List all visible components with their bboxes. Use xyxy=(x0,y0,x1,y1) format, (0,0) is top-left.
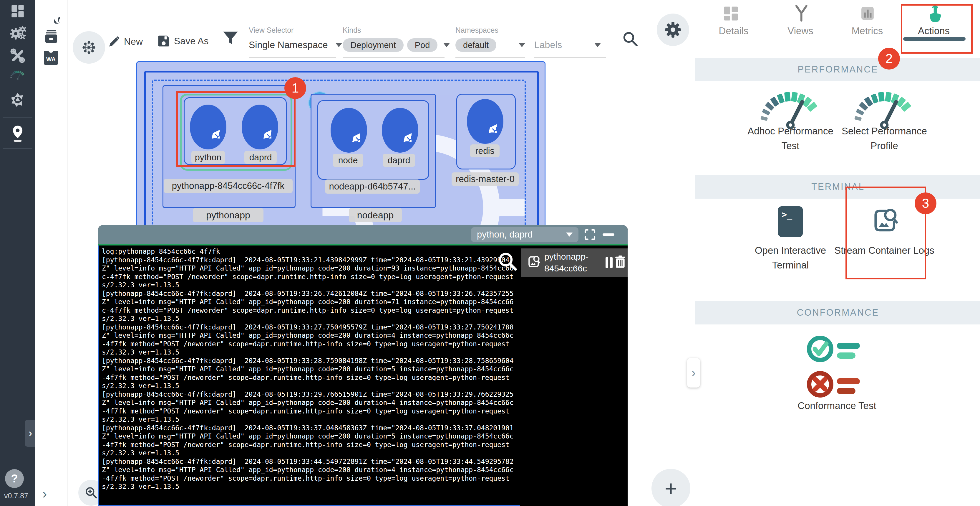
settings-button[interactable] xyxy=(657,14,689,46)
container-label: redis xyxy=(470,144,500,157)
fullscreen-button[interactable] xyxy=(584,228,596,242)
minimize-button[interactable] xyxy=(603,233,614,236)
kind-chip[interactable]: Deployment xyxy=(343,38,404,52)
annotation-badge-3: 3 xyxy=(915,192,936,214)
wasm-icon-notch xyxy=(49,49,53,53)
tab-metrics-label[interactable]: Metrics xyxy=(835,26,900,37)
views-icon xyxy=(793,5,809,22)
pencil-icon xyxy=(109,36,120,47)
labels-select[interactable]: Labels xyxy=(534,40,601,50)
container-selector-dropdown[interactable]: python, daprd xyxy=(471,227,579,242)
terminal-titlebar[interactable]: python, daprd xyxy=(98,225,628,244)
deployment-name-label: pythonapp xyxy=(193,208,264,222)
underline xyxy=(455,57,525,57)
adhoc-performance-test-label[interactable]: Adhoc Performance Test xyxy=(740,124,840,153)
log-entry: [pythonapp-8454cc66c-4f7fk:daprd] 2024-0… xyxy=(102,424,515,457)
tools-icon[interactable] xyxy=(0,48,35,64)
panel-collapse-chevron[interactable]: › xyxy=(687,358,700,388)
kubernetes-icon xyxy=(337,119,360,142)
container-redis[interactable] xyxy=(467,99,503,144)
labels-placeholder: Labels xyxy=(534,40,562,50)
storage-archive-icon[interactable] xyxy=(44,29,59,45)
conformance-checklist-icon xyxy=(805,335,894,402)
tab-details[interactable] xyxy=(723,6,738,22)
open-interactive-terminal-label[interactable]: Open Interactive Terminal xyxy=(740,243,840,273)
kind-chip[interactable]: Pod xyxy=(407,38,438,52)
kinds-label: Kinds xyxy=(343,26,361,35)
performance-gauge-icon[interactable] xyxy=(0,68,35,83)
pod-name-label: redis-master-0 xyxy=(452,172,519,186)
tab-details-label[interactable]: Details xyxy=(701,26,766,37)
pause-icon xyxy=(606,257,608,268)
underline xyxy=(249,57,336,57)
tab-views[interactable] xyxy=(793,5,809,23)
log-entry: [pythonapp-8454cc66c-4f7fk:daprd] 2024-0… xyxy=(102,289,515,323)
filter-button[interactable] xyxy=(223,30,238,47)
conformance-test-label[interactable]: Conformance Test xyxy=(778,398,896,413)
wasm-icon[interactable]: WA xyxy=(44,51,58,65)
wasm-label: WA xyxy=(46,56,56,65)
new-button[interactable]: New xyxy=(109,36,143,47)
sidebar-expand-chevron[interactable]: › xyxy=(25,420,36,447)
caret-down-icon xyxy=(519,43,525,47)
open-interactive-terminal-button[interactable]: >_ xyxy=(778,206,803,237)
help-icon: ? xyxy=(11,472,18,485)
workspace-sidebar: WA › xyxy=(35,0,67,506)
log-pane[interactable]: log:pythonapp-8454cc66c-4f7fk [pythonapp… xyxy=(98,246,523,506)
pause-icon xyxy=(610,257,612,268)
workspace-expand-chevron[interactable]: › xyxy=(42,486,47,501)
pause-stream-button[interactable] xyxy=(606,257,612,268)
zoom-in-icon xyxy=(84,486,98,500)
log-title-line: log:pythonapp-8454cc66c-4f7fk xyxy=(102,247,515,256)
add-button[interactable]: + xyxy=(651,469,690,506)
delete-stream-button[interactable] xyxy=(614,255,626,270)
log-entry: [pythonapp-8454cc66c-4f7fk:daprd] 2024-0… xyxy=(102,323,515,357)
pod-name-label: nodeapp-d64b5747... xyxy=(325,179,420,194)
pod-name-label: pythonapp-8454cc66c-4f7fk xyxy=(164,179,293,193)
container-label: node xyxy=(332,154,363,167)
detail-panel: Details Views Metrics Actions PERFORMANC… xyxy=(695,0,980,506)
badge-number: 3 xyxy=(922,196,929,211)
help-button[interactable]: ? xyxy=(5,469,24,488)
search-icon xyxy=(622,30,638,47)
tab-views-label[interactable]: Views xyxy=(768,26,833,37)
details-grid-icon xyxy=(723,6,738,21)
namespaces-select[interactable]: default xyxy=(455,38,525,52)
graph-menu-button[interactable] xyxy=(73,31,105,64)
container-daprd[interactable] xyxy=(382,108,418,153)
settings-gears-icon[interactable] xyxy=(0,25,35,41)
dashboard-grid-icon[interactable] xyxy=(0,4,35,18)
app-logo-swirl-icon[interactable] xyxy=(42,6,60,25)
mesh-chart-icon[interactable] xyxy=(0,92,35,108)
underline xyxy=(534,57,606,57)
log-entry: [pythonapp-8454cc66c-4f7fk:daprd] 2024-0… xyxy=(102,390,515,424)
caret-down-icon xyxy=(594,43,601,47)
conformance-test-button[interactable] xyxy=(805,335,894,403)
terminal-window: python, daprd log:pythonapp-8454cc66c-4f… xyxy=(98,225,628,506)
container-selector-value: python, daprd xyxy=(477,229,533,240)
badge-number: 1 xyxy=(292,81,299,96)
chevron-right-icon: › xyxy=(692,366,696,380)
annotation-rect-1 xyxy=(177,91,296,167)
search-button[interactable] xyxy=(622,30,638,48)
log-entry: [pythonapp-8454cc66c-4f7fk:daprd] 2024-0… xyxy=(102,357,515,390)
sidebar-divider xyxy=(3,148,32,149)
caret-down-icon xyxy=(336,43,342,47)
tab-metrics[interactable] xyxy=(860,5,875,22)
annotation-badge-1: 1 xyxy=(284,77,306,99)
log-entry: [pythonapp-8454cc66c-4f7fk:daprd] 2024-0… xyxy=(102,256,515,289)
namespace-chip[interactable]: default xyxy=(455,38,496,52)
stream-row[interactable]: pythonapp-8454cc66c xyxy=(521,249,628,277)
locations-pin-icon[interactable] xyxy=(0,123,35,144)
section-conformance-header: CONFORMANCE xyxy=(695,301,980,324)
section-performance-header: PERFORMANCE xyxy=(695,58,980,81)
kinds-select[interactable]: Deployment Pod xyxy=(343,38,450,52)
stream-list-pane: pythonapp-8454cc66c xyxy=(520,246,628,506)
view-selector-select[interactable]: Single Namespace xyxy=(249,40,342,50)
caret-down-icon xyxy=(566,233,573,237)
select-performance-profile-label[interactable]: Select Performance Profile xyxy=(834,124,934,153)
save-as-button[interactable]: Save As xyxy=(158,35,208,47)
container-node[interactable] xyxy=(331,108,367,153)
annotation-badge-2: 2 xyxy=(878,48,900,70)
version-label: v0.7.87 xyxy=(4,492,28,500)
